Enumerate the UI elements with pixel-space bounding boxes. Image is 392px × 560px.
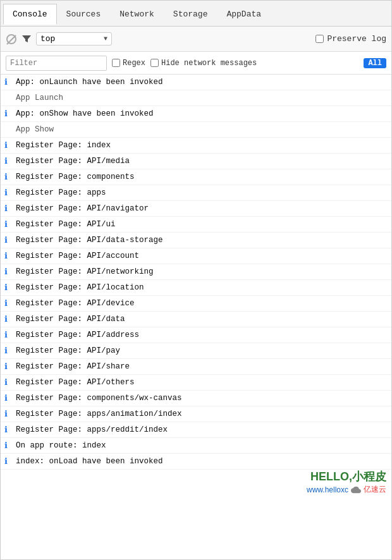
preserve-log-checkbox[interactable]: [315, 35, 324, 43]
hide-network-checkbox[interactable]: [150, 59, 159, 67]
log-entry: Register Page: apps/reddit/index: [1, 422, 391, 438]
log-text: Register Page: index: [16, 139, 111, 152]
log-entry: Register Page: API/media: [1, 154, 391, 169]
log-text: Register Page: apps/animation/index: [16, 408, 182, 420]
log-text: Register Page: API/ui: [16, 218, 116, 231]
tab-sources[interactable]: Sources: [57, 4, 111, 24]
log-text: Register Page: API/share: [16, 360, 130, 373]
log-text: App Launch: [16, 92, 63, 104]
regex-option[interactable]: Regex: [112, 59, 145, 68]
log-text: Register Page: API/device: [16, 297, 135, 310]
toolbar: top ▼ Preserve log: [1, 27, 391, 52]
log-text: index: onLoad have been invoked: [16, 455, 163, 468]
log-text: Register Page: API/navigator: [16, 202, 149, 215]
log-entry: Register Page: components/wx-canvas: [1, 391, 391, 406]
log-entry: Register Page: API/networking: [1, 264, 391, 280]
log-text: Register Page: API/location: [16, 281, 144, 294]
hide-network-option[interactable]: Hide network messages: [150, 59, 257, 68]
log-text: Register Page: components/wx-canvas: [16, 392, 182, 405]
log-area: App: onLaunch have been invoked App Laun…: [1, 75, 391, 470]
watermark-url: www.helloxc: [307, 485, 348, 494]
log-text: App: onLaunch have been invoked: [16, 76, 163, 88]
watermark-area: HELLO,小程皮 www.helloxc 亿速云: [1, 470, 391, 495]
log-entry: Register Page: API/data-storage: [1, 233, 391, 248]
log-text: Register Page: components: [16, 171, 135, 183]
regex-label: Regex: [123, 59, 145, 68]
log-entry: App: onLaunch have been invoked: [1, 75, 391, 90]
log-entry: App Show: [1, 122, 391, 138]
log-text: Register Page: API/others: [16, 376, 135, 389]
cloud-icon: [351, 485, 361, 495]
log-entry: Register Page: apps: [1, 185, 391, 201]
preserve-log-container: Preserve log: [315, 34, 386, 44]
log-entry: App: onShow have been invoked: [1, 106, 391, 122]
tab-console[interactable]: Console: [3, 4, 57, 25]
filter-bar: Regex Hide network messages All: [1, 52, 391, 75]
filter-toggle-button[interactable]: [21, 33, 32, 45]
tab-bar: Console Sources Network Storage AppData: [1, 1, 391, 27]
context-selector[interactable]: top ▼: [36, 32, 112, 46]
tab-network[interactable]: Network: [110, 4, 164, 24]
tab-storage[interactable]: Storage: [164, 4, 217, 24]
clear-console-button[interactable]: [6, 33, 17, 45]
tab-appdata[interactable]: AppData: [217, 4, 271, 24]
log-text: Register Page: API/networking: [16, 265, 154, 278]
log-entry: Register Page: index: [1, 138, 391, 154]
log-text: Register Page: API/address: [16, 329, 139, 341]
log-entry: Register Page: API/location: [1, 280, 391, 296]
log-entry: Register Page: API/pay: [1, 343, 391, 359]
hide-network-label: Hide network messages: [161, 59, 257, 68]
log-text: Register Page: API/data-storage: [16, 234, 163, 247]
log-entry: Register Page: API/ui: [1, 217, 391, 233]
log-text: Register Page: apps: [16, 186, 106, 199]
log-entry: Register Page: API/others: [1, 375, 391, 391]
log-entry: Register Page: components: [1, 169, 391, 185]
watermark-line2: www.helloxc 亿速云: [307, 484, 386, 495]
log-text: Register Page: API/media: [16, 155, 130, 167]
log-entry: Register Page: API/navigator: [1, 201, 391, 217]
log-entry: On app route: index: [1, 438, 391, 454]
ban-icon: [6, 34, 16, 44]
context-value: top: [40, 34, 55, 44]
regex-checkbox[interactable]: [112, 59, 120, 67]
funnel-icon: [21, 34, 32, 44]
log-text: Register Page: apps/reddit/index: [16, 423, 168, 436]
log-entry: App Launch: [1, 90, 391, 106]
log-text: Register Page: API/account: [16, 250, 139, 262]
log-entry: Register Page: API/address: [1, 327, 391, 343]
watermark-brand: 亿速云: [364, 484, 386, 495]
log-text: On app route: index: [16, 439, 106, 452]
filter-input[interactable]: [6, 56, 107, 71]
log-entry: Register Page: apps/animation/index: [1, 406, 391, 422]
preserve-log-label: Preserve log: [327, 34, 386, 44]
log-text: Register Page: API/pay: [16, 344, 120, 357]
watermark: HELLO,小程皮 www.helloxc 亿速云: [307, 469, 386, 495]
log-text: Register Page: API/data: [16, 313, 125, 326]
log-entry: index: onLoad have been invoked: [1, 454, 391, 470]
log-entry: Register Page: API/data: [1, 312, 391, 327]
watermark-line1: HELLO,小程皮: [310, 469, 386, 484]
log-entry: Register Page: API/share: [1, 359, 391, 375]
log-text: App Show: [16, 123, 54, 136]
chevron-down-icon: ▼: [104, 35, 107, 42]
log-entry: Register Page: API/device: [1, 296, 391, 312]
log-text: App: onShow have been invoked: [16, 107, 154, 120]
log-entry: Register Page: API/account: [1, 248, 391, 264]
all-badge[interactable]: All: [364, 58, 386, 68]
